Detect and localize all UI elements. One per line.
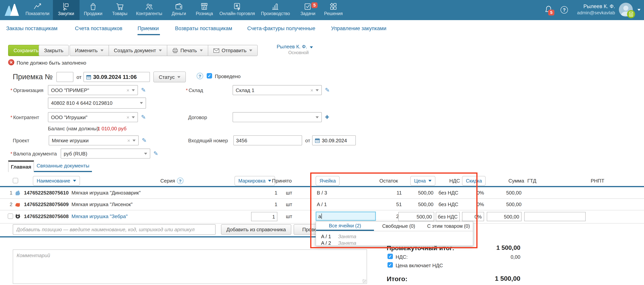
currency-edit-pencil-icon[interactable]: ✎ [153, 150, 158, 156]
contract-select[interactable] [232, 112, 322, 122]
clear-icon[interactable]: × [127, 137, 130, 143]
resize-handle-icon[interactable] [362, 279, 366, 283]
add-contract-plus-icon[interactable]: + [325, 113, 329, 121]
print-menu-button[interactable]: Печать [167, 45, 208, 56]
doc-datetime-field[interactable]: 30.09.2024 11:06 [84, 72, 150, 82]
add-from-catalog-button[interactable]: Добавить из справочника [221, 224, 291, 235]
caret-down-icon[interactable] [144, 153, 147, 154]
account-select[interactable]: 40802 810 4 6442 0129810 [48, 97, 146, 109]
warehouse-select[interactable]: Склад 1 × [232, 85, 322, 95]
caret-down-icon[interactable] [132, 139, 136, 141]
nav-label: Деньги [172, 11, 186, 16]
column-marking-button[interactable]: Маркировка [234, 176, 275, 186]
gtd-input[interactable] [524, 212, 586, 221]
incoming-number-input[interactable] [233, 135, 302, 145]
vat-select[interactable]: без НДС [436, 212, 460, 221]
nav-item-solutions[interactable]: Решения [324, 0, 343, 20]
close-button[interactable]: Закрыть [39, 45, 69, 56]
user-block[interactable]: Рылеев К. Ф. admin@sevkavlab [564, 4, 615, 16]
storefront-icon [200, 2, 208, 11]
org-select[interactable]: ООО "ПРИМЕР" × [48, 85, 138, 95]
tab-main[interactable]: Главная [8, 160, 34, 172]
nav-item-counterparties[interactable]: Контрагенты [136, 0, 162, 20]
cells-tab-with-product[interactable]: С этим товаром (0) [424, 222, 474, 231]
table-row[interactable]: 2 1476522528075609 Мягкая игрушка "Лисен… [0, 199, 644, 210]
product-name-link[interactable]: Мягкая игрушка "Зебра" [72, 213, 128, 219]
subnav-supplier-orders[interactable]: Заказы поставщикам [6, 26, 58, 31]
add-position-input[interactable] [13, 224, 216, 235]
table-row[interactable]: 1 1476522528075610 Мягкая игрушка "Диноз… [0, 187, 644, 199]
nav-item-production[interactable]: Производство [261, 0, 290, 20]
approved-checkbox[interactable]: ✓ [207, 73, 212, 79]
edit-menu-button[interactable]: Изменить [70, 45, 109, 56]
sum-value: 500,00 [494, 201, 522, 207]
warehouse-edit-pencil-icon[interactable]: ✎ [325, 87, 330, 93]
owner-link[interactable]: Рылеев К. Ф. [270, 44, 313, 50]
table-row-editing[interactable]: 1476522528075608 Мягкая игрушка "Зебра" … [0, 210, 644, 223]
project-edit-pencil-icon[interactable]: ✎ [142, 137, 146, 143]
moysklad-logo-icon[interactable] [4, 3, 20, 17]
org-edit-pencil-icon[interactable]: ✎ [141, 87, 146, 93]
nav-item-goods[interactable]: Товары [112, 0, 127, 20]
avatar[interactable] [619, 3, 633, 17]
subnav-supplier-returns[interactable]: Возвраты поставщикам [175, 26, 232, 31]
status-button[interactable]: Статус [153, 72, 186, 82]
column-discount-button[interactable]: Скидка [462, 176, 486, 186]
cell-input-focused[interactable]: a [316, 211, 376, 221]
vat-checkbox[interactable]: ✓ [388, 254, 393, 259]
nav-label: Онлайн-торговля [220, 11, 255, 16]
incoming-date-field[interactable]: 30.09.2024 [312, 135, 356, 145]
product-name[interactable]: Мягкая игрушка "Лисенок" [72, 201, 132, 207]
qty-input[interactable] [251, 212, 278, 221]
nav-item-retail[interactable]: Розница [196, 0, 213, 20]
caret-down-icon[interactable] [316, 89, 319, 91]
project-select[interactable]: Мягкие игрушки × [49, 135, 139, 145]
counterparty-edit-pencil-icon[interactable]: ✎ [141, 114, 146, 120]
nav-item-online-trade[interactable]: Онлайн-торговля [220, 0, 255, 20]
counterparty-select[interactable]: ООО "Игрушки" × [48, 112, 138, 122]
series-help-icon[interactable]: ? [177, 177, 184, 184]
user-menu-caret-icon[interactable] [638, 9, 640, 11]
approved-help-icon[interactable]: ? [197, 73, 203, 79]
send-menu-button[interactable]: Отправить [208, 45, 258, 56]
column-cell-button[interactable]: Ячейка [316, 176, 340, 186]
row-checkbox[interactable] [8, 213, 13, 219]
cells-tab-all[interactable]: Все ячейки (2) [316, 222, 374, 231]
subnav-supplier-invoices[interactable]: Счета поставщиков [75, 26, 122, 31]
cells-tab-free[interactable]: Свободные (0) [374, 222, 424, 231]
price-includes-vat-checkbox[interactable]: ✓ [388, 262, 393, 267]
clear-icon[interactable]: × [310, 87, 313, 93]
clear-icon[interactable]: × [126, 87, 130, 93]
doc-number-input[interactable] [56, 72, 74, 82]
sum-input[interactable] [487, 212, 522, 221]
nav-item-sales[interactable]: Продажи [84, 0, 102, 20]
subnav-purchase-management[interactable]: Управление закупками [331, 26, 386, 31]
comment-textarea[interactable] [13, 249, 367, 284]
price-input[interactable] [398, 212, 434, 221]
nav-item-money[interactable]: Деньги [172, 0, 186, 20]
caret-down-icon[interactable] [132, 116, 135, 118]
caret-down-icon[interactable] [132, 89, 135, 91]
clear-icon[interactable]: × [126, 114, 130, 120]
tab-linked-documents[interactable]: Связанные документы [34, 160, 92, 172]
active-subnav-underline [138, 34, 160, 35]
create-document-menu-button[interactable]: Создать документ [108, 45, 167, 56]
subnav-receivings[interactable]: Приемки [138, 26, 159, 31]
caret-down-icon[interactable] [140, 102, 143, 104]
product-name[interactable]: Мягкая игрушка "Динозаврик" [72, 190, 140, 196]
tasks-badge: 5 [312, 2, 318, 8]
column-price-button[interactable]: Цена [410, 176, 436, 186]
column-name-button[interactable]: Наименование [33, 176, 80, 186]
caret-down-icon[interactable] [316, 116, 319, 118]
user-name: Рылеев К. Ф. [564, 4, 615, 9]
cell-option[interactable]: A / 2Занята [321, 240, 356, 246]
nav-item-purchases[interactable]: Закупки [58, 0, 74, 20]
panel-tabs-divider [316, 231, 473, 231]
column-sum-label: Сумма [508, 178, 524, 184]
currency-select[interactable]: руб (RUB) [61, 148, 150, 159]
nav-item-indicators[interactable]: Показатели [26, 0, 50, 20]
discount-input[interactable] [462, 212, 484, 221]
cell-option[interactable]: A / 1Занята [321, 233, 356, 239]
select-all-checkbox[interactable] [13, 178, 18, 183]
subnav-received-invoices[interactable]: Счета-фактуры полученные [247, 26, 315, 31]
